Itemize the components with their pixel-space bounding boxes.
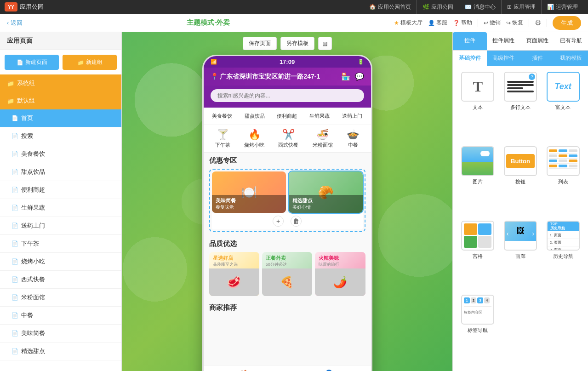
promo-section: 优惠专区 🍽️ 美味简餐 餐复味觉 🥐 bbox=[204, 153, 371, 236]
cat-icon-noodle[interactable]: 🍜 米粉面馆 bbox=[313, 129, 333, 148]
promo-container[interactable]: 🍽️ 美味简餐 餐复味觉 🥐 精选甜点 美好心情 bbox=[209, 169, 365, 232]
sidebar-item-simplemeal[interactable]: 📄 美味简餐 bbox=[0, 325, 121, 342]
merchant-section: 商家推荐 bbox=[204, 300, 371, 320]
widget-gallery[interactable]: 🖼 ‹ › 画廊 bbox=[501, 221, 540, 291]
back-button[interactable]: ‹ 返回 bbox=[7, 19, 23, 27]
generate-button[interactable]: 生成 bbox=[553, 16, 581, 30]
sidebar-item-dessert[interactable]: 📄 甜点饮品 bbox=[0, 163, 121, 181]
quality-header-2: 正餐外卖 50分钟必达 bbox=[262, 252, 312, 268]
widget-tab-plugin[interactable]: 插件 bbox=[520, 51, 554, 66]
quality-header-3: 火辣美味 味蕾的旅行 bbox=[315, 252, 365, 268]
promo-delete-button[interactable]: 🗑 bbox=[291, 216, 302, 227]
qr-button[interactable]: ⊞ bbox=[318, 37, 332, 50]
promo-card-sub-2: 美好心情 bbox=[292, 204, 359, 211]
cat-icon-chinese[interactable]: 🍲 中餐 bbox=[347, 129, 359, 148]
widget-tab-basic[interactable]: 基础控件 bbox=[453, 51, 487, 66]
cat-item-fresh[interactable]: 生鲜果蔬 bbox=[308, 111, 331, 121]
bottom-nav-home[interactable]: 🏠 首页 bbox=[240, 369, 251, 371]
widget-text[interactable]: T 文本 bbox=[458, 72, 497, 143]
cat-item-med[interactable]: 送药上门 bbox=[340, 111, 364, 121]
nav-link-operations[interactable]: 📊 运营管理 bbox=[542, 0, 583, 14]
widget-image[interactable]: 图片 bbox=[458, 146, 497, 217]
widget-button[interactable]: Button 按钮 bbox=[501, 146, 540, 217]
phone-mockup: 📶 17:09 🔋 📍 广东省深圳市宝安区前进一路247-1 🏪 💬 bbox=[202, 55, 372, 371]
sidebar-item-search[interactable]: 📄 搜索 bbox=[0, 127, 121, 145]
star-icon: ★ bbox=[394, 20, 399, 26]
widget-tab-mytemplate[interactable]: 我的模板 bbox=[554, 51, 588, 66]
sidebar-item-medicine[interactable]: 📄 送药上门 bbox=[0, 217, 121, 235]
quality-card-sub-1: 品质臻至之选 bbox=[213, 262, 256, 268]
nav-link-home[interactable]: 🏠 应用公园首页 bbox=[364, 0, 417, 14]
chat-icon: 💬 bbox=[355, 72, 364, 81]
phone-search-input[interactable] bbox=[211, 89, 364, 102]
multitext-widget-icon bbox=[505, 79, 536, 95]
tab-nav[interactable]: 已有导航 bbox=[554, 32, 588, 50]
western-label: 西式快餐 bbox=[278, 142, 298, 148]
cat-item-dessert[interactable]: 甜点饮品 bbox=[243, 111, 267, 121]
cat-item-food[interactable]: 美食餐饮 bbox=[210, 111, 234, 121]
quality-card-2[interactable]: 正餐外卖 50分钟必达 🍕 bbox=[262, 252, 312, 296]
nav-link-app-manage[interactable]: ⊞ 应用管理 bbox=[502, 0, 542, 14]
nav-link-messages[interactable]: ✉️ 消息中心 bbox=[459, 0, 502, 14]
sidebar-item-supermarket[interactable]: 📄 便利商超 bbox=[0, 181, 121, 199]
save-as-template-button[interactable]: 另存模板 bbox=[280, 37, 314, 50]
new-page-button[interactable]: 📄 新建页面 bbox=[5, 55, 59, 70]
widget-tab-advanced[interactable]: 高级控件 bbox=[487, 51, 521, 66]
widget-nav[interactable]: TOP 历史导航 1. 页面 2. 页面 3. 页面 历史导航 bbox=[543, 221, 582, 291]
redo-action[interactable]: ↪ 恢复 bbox=[506, 19, 523, 27]
tab-widget-props[interactable]: 控件属性 bbox=[487, 32, 521, 50]
quality-card-sub-2: 50分钟必达 bbox=[266, 262, 308, 268]
widget-text-label: 文本 bbox=[473, 104, 483, 111]
right-panel: 控件 控件属性 页面属性 已有导航 基础控件 高级控件 插件 我的模板 T 文本 bbox=[452, 32, 588, 371]
widget-tags[interactable]: 1 2 3 4 标签内容区 标签导航 bbox=[458, 295, 497, 365]
sidebar-item-home[interactable]: 📄 首页 bbox=[0, 109, 121, 127]
help-action[interactable]: ❓ 帮助 bbox=[453, 19, 472, 27]
sidebar-item-noodle[interactable]: 📄 米粉面馆 bbox=[0, 289, 121, 307]
promo-add-button[interactable]: + bbox=[273, 216, 284, 227]
sidebar-item-food[interactable]: 📄 美食餐饮 bbox=[0, 145, 121, 163]
sidebar-item-sweetdessert[interactable]: 📄 精选甜点 bbox=[0, 342, 121, 360]
quality-card-3[interactable]: 火辣美味 味蕾的旅行 🌶️ bbox=[315, 252, 365, 296]
sidebar-item-western[interactable]: 📄 西式快餐 bbox=[0, 271, 121, 289]
widget-list[interactable]: 列表 bbox=[543, 146, 582, 217]
grid-widget-icon bbox=[462, 222, 493, 250]
cat-item-super[interactable]: 便利商超 bbox=[275, 111, 299, 121]
promo-card-2[interactable]: 🥐 精选甜点 美好心情 bbox=[289, 171, 363, 213]
template-hall-action[interactable]: ★ 模板大厅 bbox=[394, 19, 422, 27]
quality-grid: 星选好店 品质臻至之选 🥩 正餐外卖 50分钟必达 🍕 bbox=[209, 252, 365, 296]
widget-richtext-icon-box: Text bbox=[547, 72, 580, 102]
sidebar-item-bbq[interactable]: 📄 烧烤小吃 bbox=[0, 253, 121, 271]
promo-card-1[interactable]: 🍽️ 美味简餐 餐复味觉 bbox=[212, 171, 286, 213]
cat-icon-western[interactable]: ✂️ 西式快餐 bbox=[278, 129, 298, 148]
tab-widget[interactable]: 控件 bbox=[453, 32, 487, 50]
settings-icon[interactable]: ⚙ bbox=[535, 18, 541, 27]
sidebar-group-default[interactable]: 📁 默认组 bbox=[0, 92, 121, 109]
widget-multitext[interactable]: ? 多行文本 bbox=[501, 72, 540, 143]
logo-icon: YY bbox=[5, 2, 17, 11]
customer-service-action[interactable]: 👤 客服 bbox=[428, 19, 447, 27]
new-group-button[interactable]: 📁 新建组 bbox=[63, 55, 117, 70]
toolbar-actions: ★ 模板大厅 👤 客服 ❓ 帮助 ↩ 撤销 ↪ 恢复 ⚙ 生成 bbox=[394, 16, 581, 30]
noodle-icon: 🍜 bbox=[313, 129, 333, 141]
widget-list-icon-box bbox=[547, 146, 580, 176]
save-page-button[interactable]: 保存页面 bbox=[243, 37, 277, 50]
page-icon-west: 📄 bbox=[11, 276, 18, 283]
widget-richtext[interactable]: Text 富文本 bbox=[543, 72, 582, 143]
cat-icon-tea[interactable]: 🍸 下午茶 bbox=[215, 129, 230, 148]
sidebar-item-chinese[interactable]: 📄 中餐 bbox=[0, 307, 121, 325]
park-icon: 🌿 bbox=[422, 4, 429, 10]
bottom-nav-mine[interactable]: 👤 我的 bbox=[323, 369, 335, 371]
nav-link-park[interactable]: 🌿 应用公园 bbox=[417, 0, 459, 14]
sidebar-group-system[interactable]: 📁 系统组 bbox=[0, 74, 121, 92]
quality-card-title-3: 火辣美味 bbox=[319, 255, 361, 262]
sidebar-item-afternoon[interactable]: 📄 下午茶 bbox=[0, 235, 121, 253]
nav-list: 1. 页面 2. 页面 3. 页面 bbox=[548, 231, 579, 251]
widget-image-icon-box bbox=[461, 146, 494, 176]
quality-card-1[interactable]: 星选好店 品质臻至之选 🥩 bbox=[209, 252, 259, 296]
tab-page-props[interactable]: 页面属性 bbox=[520, 32, 554, 50]
widget-grid-item[interactable]: 宫格 bbox=[458, 221, 497, 291]
undo-action[interactable]: ↩ 撤销 bbox=[484, 19, 501, 27]
cat-icon-bbq[interactable]: 🔥 烧烤小吃 bbox=[244, 129, 264, 148]
sidebar-item-fresh[interactable]: 📄 生鲜果蔬 bbox=[0, 199, 121, 217]
tags-divider bbox=[464, 306, 491, 307]
